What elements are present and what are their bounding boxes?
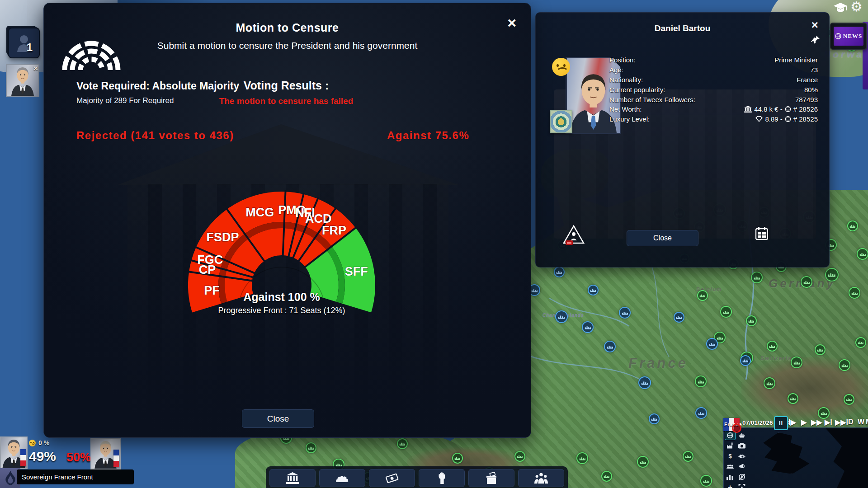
skip-button[interactable]: ▶I [825,418,832,427]
camera-icon[interactable] [736,441,747,450]
alert-icon[interactable] [736,462,747,471]
map-city-marker-green[interactable] [397,438,408,449]
assembly-vote-button[interactable] [319,469,365,487]
map-city-marker-green[interactable] [700,475,712,487]
map-city-marker-green[interactable] [818,407,830,419]
speed-week-button[interactable]: W [858,418,864,426]
map-city-marker-green[interactable] [764,377,775,389]
party-leader-portrait-right[interactable] [90,438,121,469]
voting-results-block: Voting Results : The motion to censure h… [196,79,377,106]
map-city-marker-blue[interactable] [588,285,599,296]
map-city-marker-blue[interactable] [619,307,631,319]
add-icon[interactable]: + [725,483,736,488]
calendar-icon[interactable] [755,227,768,240]
notification-count: 1 [27,41,33,54]
map-city-marker-green[interactable] [683,451,693,462]
map-city-marker-green[interactable] [695,375,707,387]
stat-row: Position:Prime Minister [609,55,818,65]
map-city-marker-blue[interactable] [674,312,684,323]
notification-stack[interactable]: 1 [8,28,40,58]
map-city-marker-green[interactable] [576,452,588,464]
stat-row: Current popularity:80% [609,84,818,94]
protest-button[interactable] [419,469,465,487]
game-date: 07/01/2026 [742,419,773,426]
map-city-marker-blue[interactable] [604,341,616,352]
dialog-close-icon[interactable]: × [507,15,516,30]
map-city-marker-green[interactable] [839,359,850,371]
map-city-marker-green[interactable] [306,442,316,453]
dialog-close-button[interactable]: Close [242,409,314,428]
country-flag[interactable]: France [723,418,740,431]
statistics-icon[interactable] [725,472,736,482]
map-city-marker-green[interactable] [720,306,732,318]
map-city-marker-green[interactable] [855,337,866,348]
map-city-marker-green[interactable] [857,248,868,260]
map-city-marker-green[interactable] [791,357,802,368]
panel-close-button[interactable]: Close [627,230,698,246]
against-percent: Against 75.6% [387,129,469,142]
advisor-portrait[interactable]: × [6,64,39,97]
net-worth-rank: # 28526 [793,105,818,113]
mood-indicator: 0 % [29,439,49,446]
map-city-marker-blue[interactable] [555,310,568,323]
industry-icon[interactable] [725,441,736,450]
map-city-marker-green[interactable] [801,276,812,288]
map-city-marker-green[interactable] [767,341,778,352]
map-city-marker-green[interactable] [825,268,839,282]
target-icon[interactable] [736,483,747,488]
fast-forward-button[interactable]: ▶▶ [811,418,822,427]
map-city-marker-green[interactable] [514,451,525,462]
luxury-score: 8.89 - [765,115,782,123]
stat-row: Number of Tweex Followers:787493 [609,94,818,104]
map-city-marker-green[interactable] [601,471,612,482]
population-icon[interactable] [725,462,736,471]
map-city-marker-green[interactable] [849,287,860,299]
settings-gear-icon[interactable]: ⚙ [850,0,863,14]
pin-icon[interactable] [811,35,820,44]
election-button[interactable] [468,469,514,487]
character-stats: Position:Prime Minister Age:73 Nationali… [609,55,818,124]
news-tv-button[interactable]: NEWS [830,23,867,50]
speed-day-button[interactable]: D [848,418,854,426]
budget-button[interactable] [369,469,415,487]
motion-to-censure-dialog: Motion to Censure Submit a motion to cen… [43,3,531,438]
population-button[interactable] [518,469,564,487]
map-city-marker-blue[interactable] [554,267,565,277]
map-city-marker-blue[interactable] [649,413,660,424]
map-city-marker-green[interactable] [751,272,763,283]
parliament-button[interactable] [269,469,316,487]
compass-off-icon[interactable] [736,472,747,482]
play-button[interactable]: ▶ [801,418,807,427]
close-icon[interactable]: × [33,64,38,73]
mood-value: 0 % [38,439,49,446]
game-screen: Norway Germany France Switzerland Belgiu… [0,0,868,488]
map-city-marker-blue[interactable] [582,321,594,333]
party-leader-portrait-left[interactable] [0,436,28,469]
pause-button[interactable]: II [774,416,788,430]
minimap-panel[interactable]: $ + [723,427,868,488]
diplomacy-icon[interactable] [736,451,747,461]
dialog-subtitle: Submit a motion to censure the President… [44,40,531,51]
speed-month-button[interactable]: M [866,418,868,426]
rejected-summary: Rejected (141 votes to 436) [76,129,234,142]
map-city-marker-green[interactable] [746,315,757,326]
map-city-marker-green[interactable] [788,393,798,404]
step-button[interactable]: I▶ [788,418,796,427]
map-city-marker-green[interactable] [844,394,854,405]
map-city-marker-blue[interactable] [706,338,718,350]
map-city-marker-blue[interactable] [740,355,751,366]
map-city-marker-blue[interactable] [638,376,651,389]
map-city-marker-blue[interactable] [695,407,707,419]
stat-label: Luxury Level: [609,115,650,123]
map-city-marker-green[interactable] [847,221,858,231]
hovered-party-info: Progressive Front : 71 Seats (12%) [173,306,390,315]
map-city-marker-green[interactable] [452,453,463,464]
threat-warning-icon[interactable] [562,224,585,247]
map-city-marker-green[interactable] [697,290,708,301]
panel-close-icon[interactable]: × [811,18,818,32]
skip-far-button[interactable]: ▶▶I [835,418,848,427]
tutorial-cap-icon[interactable] [833,2,848,14]
economy-icon[interactable]: $ [725,451,736,461]
map-city-marker-green[interactable] [815,344,826,355]
map-city-marker-green[interactable] [637,456,649,468]
